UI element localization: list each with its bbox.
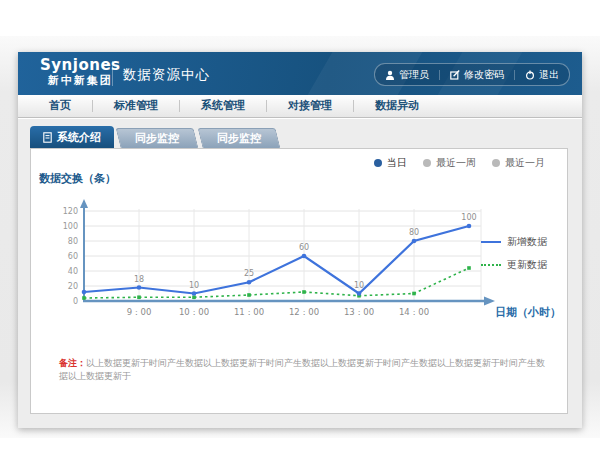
svg-text:10: 10 bbox=[354, 281, 364, 290]
edit-icon bbox=[450, 70, 460, 80]
svg-text:11：00: 11：00 bbox=[234, 307, 264, 317]
footer-note-text: 以上数据更新于时间产生数据以上数据更新于时间产生数据以上数据更新于时间产生数据以… bbox=[59, 358, 545, 381]
legend-label: 新增数据 bbox=[507, 235, 547, 249]
footer-note: 备注：以上数据更新于时间产生数据以上数据更新于时间产生数据以上数据更新于时间产生… bbox=[59, 357, 553, 383]
page-title: 数据资源中心 bbox=[123, 66, 210, 84]
svg-text:100: 100 bbox=[461, 213, 476, 222]
document-icon bbox=[43, 132, 52, 143]
radio-last-month[interactable]: 最近一月 bbox=[492, 156, 545, 170]
svg-text:120: 120 bbox=[63, 207, 78, 216]
radio-label: 最近一周 bbox=[436, 156, 476, 170]
radio-today[interactable]: 当日 bbox=[374, 156, 407, 170]
logout-label: 退出 bbox=[539, 68, 559, 82]
user-icon bbox=[385, 70, 395, 80]
content-area: 系统介绍 同步监控 同步监控 当日 最近一周 bbox=[18, 119, 582, 428]
svg-text:25: 25 bbox=[244, 269, 254, 278]
chart-legend: 新增数据 更新数据 bbox=[481, 235, 547, 272]
header-divider bbox=[112, 61, 113, 86]
radio-dot-icon bbox=[423, 159, 431, 167]
user-menu: 管理员 修改密码 退出 bbox=[374, 63, 570, 86]
svg-text:10：00: 10：00 bbox=[179, 307, 209, 317]
chart-panel: 当日 最近一周 最近一月 数据交换（条） 0204060801001209：00… bbox=[30, 148, 568, 414]
logo-subtitle: 新中新集团 bbox=[40, 74, 121, 88]
header: Synjones 新中新集团 数据资源中心 管理员 修改密码 bbox=[18, 52, 582, 95]
svg-text:100: 100 bbox=[63, 222, 78, 231]
solid-line-swatch-icon bbox=[481, 241, 501, 243]
svg-text:9：00: 9：00 bbox=[127, 307, 152, 317]
tab-bar: 系统介绍 同步监控 同步监控 bbox=[30, 126, 278, 148]
tab-system-intro[interactable]: 系统介绍 bbox=[30, 126, 114, 148]
svg-text:80: 80 bbox=[409, 228, 419, 237]
tab-sync-monitor-2[interactable]: 同步监控 bbox=[198, 128, 281, 148]
svg-text:10: 10 bbox=[189, 281, 199, 290]
user-menu-admin[interactable]: 管理员 bbox=[375, 68, 439, 82]
svg-text:60: 60 bbox=[68, 252, 78, 261]
y-axis-title: 数据交换（条） bbox=[39, 171, 116, 186]
radio-dot-icon bbox=[374, 159, 382, 167]
legend-label: 更新数据 bbox=[507, 258, 547, 272]
svg-text:14：00: 14：00 bbox=[399, 307, 429, 317]
tab-sync-monitor-1[interactable]: 同步监控 bbox=[116, 128, 199, 148]
change-password-button[interactable]: 修改密码 bbox=[440, 68, 514, 82]
time-range-filter: 当日 最近一周 最近一月 bbox=[374, 156, 545, 170]
radio-dot-icon bbox=[492, 159, 500, 167]
svg-text:20: 20 bbox=[68, 282, 78, 291]
nav-item-standard-mgmt[interactable]: 标准管理 bbox=[93, 100, 180, 112]
svg-text:12：00: 12：00 bbox=[289, 307, 319, 317]
power-icon bbox=[525, 70, 535, 80]
svg-text:13：00: 13：00 bbox=[344, 307, 374, 317]
main-nav: 首页 标准管理 系统管理 对接管理 数据异动 bbox=[18, 95, 582, 118]
tab-label: 同步监控 bbox=[135, 131, 179, 146]
user-label: 管理员 bbox=[399, 68, 429, 82]
logo-title: Synjones bbox=[40, 57, 121, 74]
tab-label: 系统介绍 bbox=[57, 130, 101, 145]
x-axis-title: 日期（小时） bbox=[495, 305, 561, 320]
nav-item-interface-mgmt[interactable]: 对接管理 bbox=[267, 100, 354, 112]
radio-label: 当日 bbox=[387, 156, 407, 170]
legend-new-data[interactable]: 新增数据 bbox=[481, 235, 547, 249]
legend-update-data[interactable]: 更新数据 bbox=[481, 258, 547, 272]
nav-item-home[interactable]: 首页 bbox=[28, 100, 93, 112]
footer-note-prefix: 备注： bbox=[59, 358, 86, 368]
tab-label: 同步监控 bbox=[217, 131, 261, 146]
nav-item-data-change[interactable]: 数据异动 bbox=[354, 100, 440, 112]
radio-label: 最近一月 bbox=[505, 156, 545, 170]
svg-text:60: 60 bbox=[299, 243, 309, 252]
logo: Synjones 新中新集团 bbox=[40, 57, 121, 88]
svg-text:40: 40 bbox=[68, 267, 78, 276]
radio-last-week[interactable]: 最近一周 bbox=[423, 156, 476, 170]
svg-text:80: 80 bbox=[68, 237, 78, 246]
nav-item-system-mgmt[interactable]: 系统管理 bbox=[180, 100, 267, 112]
change-password-label: 修改密码 bbox=[464, 68, 504, 82]
dotted-line-swatch-icon bbox=[481, 264, 501, 266]
svg-text:0: 0 bbox=[73, 297, 78, 306]
app-window: Synjones 新中新集团 数据资源中心 管理员 修改密码 bbox=[18, 52, 582, 428]
logout-button[interactable]: 退出 bbox=[515, 68, 569, 82]
svg-text:18: 18 bbox=[134, 275, 144, 284]
